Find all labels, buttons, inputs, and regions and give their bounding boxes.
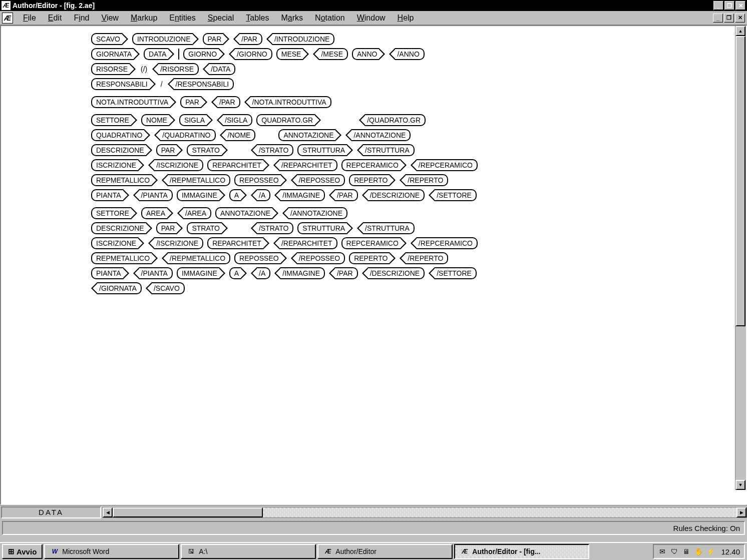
tag-a-close[interactable]: /A <box>257 189 270 201</box>
tag-immagine[interactable]: IMMAGINE <box>177 267 219 279</box>
tag-reposseo[interactable]: REPOSSEO <box>234 174 281 186</box>
tag-par-close[interactable]: /PAR <box>239 33 262 45</box>
tag-risorse[interactable]: RISORSE <box>91 63 130 75</box>
tag-scavo-close[interactable]: /SCAVO <box>152 282 185 294</box>
tag-reperto-close[interactable]: /REPERTO <box>406 252 448 264</box>
tag-nota-introduttiva[interactable]: NOTA.INTRODUTTIVA <box>91 96 170 108</box>
tag-a-close[interactable]: /A <box>257 267 270 279</box>
system-menu-icon[interactable]: Æ <box>2 13 13 24</box>
tag-descrizione[interactable]: DESCRIZIONE <box>91 222 146 234</box>
tag-annotazione-close[interactable]: /ANNOTAZIONE <box>288 207 347 219</box>
tray-icon-1[interactable]: ✉ <box>658 547 667 556</box>
tag-quadrato-gr-close[interactable]: /QUADRATO.GR <box>365 114 426 126</box>
tag-annotazione[interactable]: ANNOTAZIONE <box>215 207 272 219</box>
tag-reposseo-close[interactable]: /REPOSSEO <box>297 252 345 264</box>
tag-par-close[interactable]: /PAR <box>335 189 358 201</box>
start-button[interactable]: ⊞ Avvio <box>2 544 43 559</box>
tag-struttura-close[interactable]: /STRUTTURA <box>363 144 415 156</box>
tag-sigla-close[interactable]: /SIGLA <box>223 114 252 126</box>
tag-par-close[interactable]: /PAR <box>335 267 358 279</box>
close-button[interactable]: ✕ <box>735 1 745 10</box>
tag-immagine[interactable]: IMMAGINE <box>177 189 219 201</box>
clock[interactable]: 12.40 <box>721 547 740 556</box>
tag-repceramico[interactable]: REPCERAMICO <box>341 237 401 249</box>
menu-window[interactable]: Window <box>351 12 392 25</box>
tray-icon-4[interactable]: ✋ <box>694 547 703 556</box>
document-area[interactable]: SCAVO INTRODUZIONE PAR /PAR /INTRODUZION… <box>0 25 747 505</box>
tag-annotazione[interactable]: ANNOTAZIONE <box>278 129 335 141</box>
tag-descrizione-close[interactable]: /DESCRIZIONE <box>368 267 425 279</box>
tag-reparchitet[interactable]: REPARCHITET <box>207 237 263 249</box>
tag-par[interactable]: PAR <box>180 96 201 108</box>
tag-reparchitet-close[interactable]: /REPARCHITET <box>279 237 337 249</box>
tag-mese-close[interactable]: /MESE <box>319 48 348 60</box>
tag-nota-introduttiva-close[interactable]: /NOTA.INTRODUTTIVA <box>250 96 331 108</box>
tag-data[interactable]: DATA <box>144 48 168 60</box>
tag-giorno-close[interactable]: /GIORNO <box>235 48 272 60</box>
tag-pianta-close[interactable]: /PIANTA <box>139 189 173 201</box>
tag-iscrizione-close[interactable]: /ISCRIZIONE <box>154 237 203 249</box>
tag-par-close[interactable]: /PAR <box>217 96 240 108</box>
tag-data-close[interactable]: /DATA <box>209 63 235 75</box>
tag-strato-close[interactable]: /STRATO <box>257 222 293 234</box>
tag-responsabili[interactable]: RESPONSABILI <box>91 78 150 90</box>
mdi-close-button[interactable]: ✕ <box>735 14 745 23</box>
tag-sigla[interactable]: SIGLA <box>179 114 207 126</box>
tag-reperto[interactable]: REPERTO <box>349 252 390 264</box>
taskbar-item-author-editor[interactable]: Æ Author/Editor <box>317 544 453 559</box>
tag-responsabili-close[interactable]: /RESPONSABILI <box>174 78 234 90</box>
tag-descrizione-close[interactable]: /DESCRIZIONE <box>368 189 425 201</box>
tag-quadratino[interactable]: QUADRATINO <box>91 129 144 141</box>
tag-settore[interactable]: SETTORE <box>91 207 131 219</box>
app-icon[interactable]: Æ <box>2 1 11 10</box>
tag-a[interactable]: A <box>229 189 241 201</box>
menu-notation[interactable]: Notation <box>309 12 351 25</box>
tag-iscrizione[interactable]: ISCRIZIONE <box>91 237 138 249</box>
tag-reposseo[interactable]: REPOSSEO <box>234 252 281 264</box>
tag-immagine-close[interactable]: /IMMAGINE <box>280 189 325 201</box>
menu-marks[interactable]: Marks <box>275 12 309 25</box>
menu-markup[interactable]: Markup <box>125 12 163 25</box>
tag-pianta[interactable]: PIANTA <box>91 267 123 279</box>
scroll-up-button[interactable]: ▲ <box>735 26 745 36</box>
tag-settore[interactable]: SETTORE <box>91 114 131 126</box>
tag-reparchitet-close[interactable]: /REPARCHITET <box>279 159 337 171</box>
menu-special[interactable]: Special <box>202 12 240 25</box>
tag-struttura[interactable]: STRUTTURA <box>297 222 347 234</box>
tag-area[interactable]: AREA <box>141 207 167 219</box>
tag-introduzione-close[interactable]: /INTRODUZIONE <box>272 33 334 45</box>
tag-pianta[interactable]: PIANTA <box>91 189 123 201</box>
tag-giornata[interactable]: GIORNATA <box>91 48 134 60</box>
tag-annotazione-close[interactable]: /ANNOTAZIONE <box>351 129 411 141</box>
tag-struttura-close[interactable]: /STRUTTURA <box>363 222 415 234</box>
tag-reparchitet[interactable]: REPARCHITET <box>207 159 263 171</box>
mdi-minimize-button[interactable]: _ <box>713 14 723 23</box>
menu-view[interactable]: View <box>96 12 125 25</box>
tag-area-close[interactable]: /AREA <box>183 207 211 219</box>
mdi-maximize-button[interactable]: ❐ <box>724 14 734 23</box>
maximize-button[interactable]: ❐ <box>724 1 734 10</box>
horizontal-scrollbar[interactable]: ◀ ▶ <box>102 507 747 518</box>
tag-par[interactable]: PAR <box>156 222 177 234</box>
tag-giornata-close[interactable]: /GIORNATA <box>97 282 142 294</box>
tag-repceramico-close[interactable]: /REPCERAMICO <box>417 237 478 249</box>
tag-repceramico-close[interactable]: /REPCERAMICO <box>417 159 478 171</box>
scroll-left-button[interactable]: ◀ <box>103 507 113 517</box>
tag-scavo[interactable]: SCAVO <box>91 33 122 45</box>
tag-repceramico[interactable]: REPCERAMICO <box>341 159 401 171</box>
menu-entities[interactable]: Entities <box>163 12 201 25</box>
menu-file[interactable]: File <box>17 12 42 25</box>
scroll-right-button[interactable]: ▶ <box>736 507 746 517</box>
tag-reperto-close[interactable]: /REPERTO <box>406 174 448 186</box>
tag-giorno[interactable]: GIORNO <box>183 48 219 60</box>
tag-quadratino-close[interactable]: /QUADRATINO <box>160 129 215 141</box>
tag-reposseo-close[interactable]: /REPOSSEO <box>297 174 345 186</box>
tag-iscrizione[interactable]: ISCRIZIONE <box>91 159 138 171</box>
tag-repmetallico[interactable]: REPMETALLICO <box>91 252 152 264</box>
tag-settore-close[interactable]: /SETTORE <box>435 267 477 279</box>
menu-tables[interactable]: Tables <box>240 12 275 25</box>
tag-quadrato-gr[interactable]: QUADRATO.GR <box>256 114 315 126</box>
tag-anno[interactable]: ANNO <box>352 48 379 60</box>
minimize-button[interactable]: _ <box>713 1 723 10</box>
tag-introduzione[interactable]: INTRODUZIONE <box>132 33 193 45</box>
